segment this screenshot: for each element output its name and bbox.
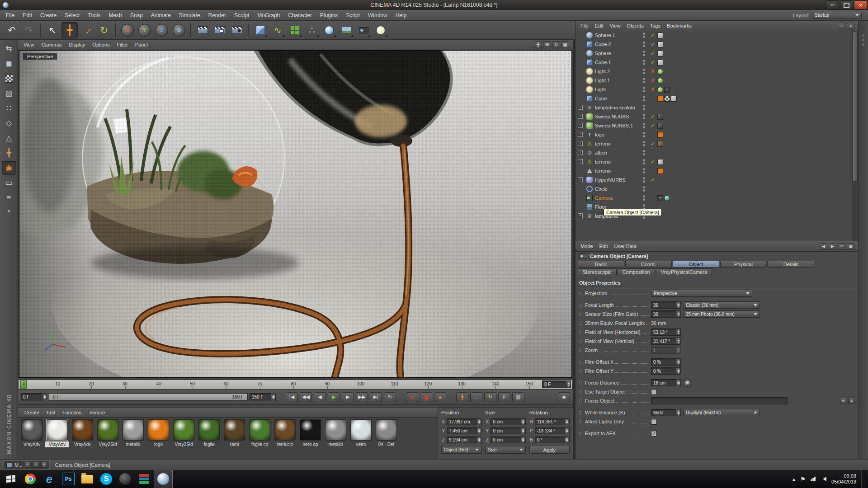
move-tool-button[interactable]: ╋	[61, 22, 78, 38]
enabled-state[interactable]: ✗	[649, 86, 656, 93]
object-name[interactable]: Light.1	[595, 78, 610, 83]
expand-toggle[interactable]: +	[578, 132, 583, 137]
pan-view-button[interactable]: ╋	[534, 41, 542, 48]
key-parameter-button[interactable]: P	[498, 392, 510, 402]
menu-create[interactable]: Create	[36, 10, 61, 21]
tab-coord[interactable]: Coord.	[625, 261, 672, 267]
material-item[interactable]: VrayAdv	[71, 419, 94, 458]
visibility-dots[interactable]	[642, 159, 646, 164]
stepper[interactable]	[521, 437, 525, 443]
material-item[interactable]: logo	[146, 419, 170, 458]
animation-dot-icon[interactable]	[579, 381, 582, 385]
attributes-menu-edit[interactable]: Edit	[596, 241, 611, 251]
key-rotation-button[interactable]: ↻	[484, 392, 496, 402]
materials-menu-texture[interactable]: Texture	[85, 408, 108, 417]
zoom-field[interactable]: 1	[651, 347, 681, 354]
tray-up-icon[interactable]: ▴	[793, 476, 796, 483]
pick-target-icon[interactable]: ⊕	[683, 379, 691, 387]
mini-close-button[interactable]: ×	[41, 462, 47, 468]
play-button[interactable]: ▶	[328, 392, 340, 402]
viewport-filter-button[interactable]: ≡	[2, 191, 16, 205]
visibility-dots[interactable]	[642, 78, 646, 83]
object-name[interactable]: Cube	[595, 96, 607, 101]
forward-arrow-icon[interactable]: ▶	[829, 243, 836, 250]
animation-dot-icon[interactable]	[579, 361, 582, 364]
filter-icon[interactable]: ≡	[847, 23, 854, 29]
material-item[interactable]: nero op	[298, 419, 322, 458]
object-name[interactable]: Cube.1	[595, 60, 611, 65]
make-editable-button[interactable]: ⇆	[2, 42, 16, 56]
material-item[interactable]: vetro	[349, 419, 373, 458]
field-of-view-vertical-field[interactable]: 31.417 °	[651, 338, 681, 345]
object-name[interactable]: terreno	[595, 141, 611, 146]
menu-mograph[interactable]: MoGraph	[253, 10, 284, 21]
stepper[interactable]	[476, 428, 481, 434]
zoom-view-button[interactable]: ⊕	[543, 41, 551, 48]
visibility-dots[interactable]	[642, 114, 646, 119]
lock-x-axis-button[interactable]: X	[119, 22, 136, 38]
animation-dot-icon[interactable]	[579, 331, 582, 334]
object-rel-dropdown[interactable]: Object (Rel)	[441, 446, 481, 454]
range-start-field[interactable]: 0 F	[21, 393, 47, 401]
lock-icon[interactable]: ▣	[847, 243, 854, 250]
material-item[interactable]: 04 - Def	[374, 419, 398, 458]
timeline-ruler[interactable]: 01020304050607080901001101201301401500 F	[18, 380, 573, 389]
size-dropdown[interactable]: Size	[485, 446, 525, 454]
coord-position-x-field[interactable]: 17.967 cm	[447, 418, 481, 425]
tab-composition[interactable]: Composition	[618, 268, 655, 275]
keyframe-selection-button[interactable]: ◆	[558, 392, 570, 402]
enabled-state[interactable]: ✓	[649, 122, 656, 129]
object-name[interactable]: Light	[595, 87, 606, 92]
animation-dot-icon[interactable]	[579, 411, 582, 414]
menu-help[interactable]: Help	[392, 10, 411, 21]
tray-flag-icon[interactable]: ⚑	[800, 476, 806, 483]
viewport-menu-cameras[interactable]: Cameras	[38, 40, 66, 50]
object-name[interactable]: lampadina scalata	[595, 105, 635, 110]
stepper[interactable]	[676, 347, 680, 353]
lock-z-axis-button[interactable]: Z	[154, 22, 170, 38]
object-name[interactable]: Sweep NURBS.1	[595, 123, 633, 128]
thumbdark-tag[interactable]	[657, 114, 663, 120]
object-name[interactable]: Circle	[595, 186, 608, 192]
stepper[interactable]	[676, 380, 680, 386]
materials-menu-edit[interactable]: Edit	[43, 408, 59, 417]
taskbar-ie-button[interactable]: e	[40, 470, 59, 488]
add-light-button[interactable]	[373, 22, 389, 38]
thumb-tag[interactable]	[657, 159, 663, 165]
menu-plugins[interactable]: Plugins	[316, 10, 342, 21]
stepper[interactable]	[676, 302, 680, 308]
checker-tag[interactable]	[664, 96, 670, 102]
minimize-button[interactable]	[826, 0, 839, 9]
goto-end-button[interactable]: ▶|	[370, 392, 382, 402]
white-balance-k-dropdown[interactable]: Daylight (6500 K)	[683, 409, 760, 416]
stepper[interactable]	[676, 409, 680, 416]
stepper[interactable]	[676, 329, 680, 335]
attributes-menu-mode[interactable]: Mode	[577, 241, 596, 251]
menu-render[interactable]: Render	[204, 10, 230, 21]
search-icon[interactable]: ○	[838, 23, 845, 29]
object-name[interactable]: Light.2	[595, 69, 610, 74]
white-balance-k-field[interactable]: 6500	[651, 409, 681, 416]
history-icon[interactable]: ≡	[838, 243, 845, 250]
menu-mesh[interactable]: Mesh	[104, 10, 126, 21]
visibility-dots[interactable]	[642, 150, 646, 155]
close-button[interactable]: ×	[854, 0, 867, 9]
visibility-dots[interactable]	[642, 60, 646, 65]
mograph-button[interactable]	[287, 22, 303, 38]
live-selection-button[interactable]: ↖	[44, 22, 61, 38]
animation-dot-icon[interactable]	[579, 340, 582, 343]
stepper[interactable]	[476, 419, 481, 425]
orange-tag[interactable]	[657, 168, 663, 174]
object-name[interactable]: alberi	[595, 150, 607, 155]
viewport-menu-options[interactable]: Options	[89, 40, 113, 50]
tray-network-icon[interactable]	[811, 477, 816, 481]
visibility-dots[interactable]	[642, 105, 646, 110]
animation-dot-icon[interactable]	[579, 432, 582, 435]
visibility-dots[interactable]	[642, 168, 646, 174]
visibility-dots[interactable]	[642, 141, 646, 146]
visibility-dots[interactable]	[642, 186, 646, 192]
material-item[interactable]: foglie co	[248, 419, 272, 458]
greenball-tag[interactable]	[657, 87, 663, 93]
focal-length-dropdown[interactable]: Classic (36 mm)	[683, 301, 760, 309]
menu-edit[interactable]: Edit	[19, 10, 36, 21]
